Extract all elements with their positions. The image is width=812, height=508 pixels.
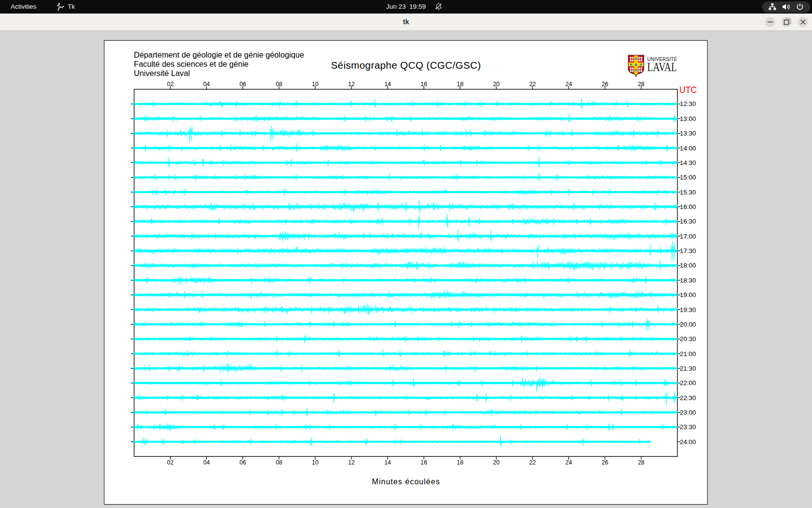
- svg-text:22: 22: [529, 459, 536, 466]
- svg-text:14: 14: [384, 81, 391, 88]
- svg-text:22: 22: [529, 81, 536, 88]
- svg-text:20:30: 20:30: [680, 335, 696, 343]
- svg-text:12: 12: [348, 81, 355, 88]
- svg-text:26: 26: [602, 81, 609, 88]
- svg-text:26: 26: [602, 459, 609, 466]
- svg-text:12:30: 12:30: [680, 100, 696, 107]
- svg-text:21:00: 21:00: [680, 350, 696, 358]
- svg-text:22:30: 22:30: [680, 394, 696, 402]
- svg-text:18: 18: [457, 81, 464, 88]
- svg-text:13:00: 13:00: [680, 115, 696, 122]
- svg-text:28: 28: [638, 81, 645, 88]
- svg-text:24:00: 24:00: [680, 438, 696, 446]
- svg-text:17:00: 17:00: [680, 233, 696, 240]
- svg-text:08: 08: [276, 81, 282, 88]
- svg-text:19:30: 19:30: [680, 306, 696, 314]
- svg-text:18: 18: [457, 459, 464, 466]
- svg-text:20:00: 20:00: [680, 321, 696, 328]
- svg-text:18:00: 18:00: [680, 262, 696, 269]
- svg-text:LAVAL: LAVAL: [647, 60, 677, 74]
- svg-text:18:30: 18:30: [680, 277, 696, 284]
- svg-text:10: 10: [312, 81, 319, 88]
- svg-text:15:30: 15:30: [680, 189, 696, 196]
- svg-text:28: 28: [638, 459, 645, 466]
- svg-text:20: 20: [493, 459, 500, 466]
- svg-text:02: 02: [167, 81, 174, 88]
- svg-text:21:30: 21:30: [680, 365, 696, 372]
- svg-text:UTC: UTC: [680, 85, 697, 95]
- svg-text:22:00: 22:00: [680, 379, 696, 387]
- svg-text:04: 04: [203, 459, 210, 466]
- svg-text:13:30: 13:30: [680, 130, 696, 137]
- svg-text:12: 12: [348, 459, 355, 466]
- svg-text:14:00: 14:00: [680, 145, 696, 152]
- svg-text:16: 16: [420, 459, 427, 466]
- svg-text:23:00: 23:00: [680, 409, 696, 416]
- svg-text:20: 20: [493, 81, 500, 88]
- svg-text:23:30: 23:30: [680, 423, 696, 431]
- svg-text:16:30: 16:30: [680, 218, 696, 225]
- svg-text:10: 10: [312, 459, 319, 466]
- svg-text:17:30: 17:30: [680, 247, 696, 254]
- svg-text:04: 04: [203, 81, 210, 88]
- svg-text:24: 24: [566, 81, 572, 88]
- svg-text:06: 06: [239, 81, 246, 88]
- svg-text:14: 14: [384, 459, 391, 466]
- svg-text:06: 06: [239, 459, 246, 466]
- svg-text:16: 16: [420, 81, 427, 88]
- svg-text:02: 02: [167, 459, 174, 466]
- svg-text:19:00: 19:00: [680, 291, 696, 299]
- svg-text:08: 08: [276, 459, 282, 466]
- svg-text:24: 24: [566, 459, 572, 466]
- svg-text:15:00: 15:00: [680, 174, 696, 181]
- svg-text:14:30: 14:30: [680, 159, 696, 166]
- svg-text:16:00: 16:00: [680, 203, 696, 210]
